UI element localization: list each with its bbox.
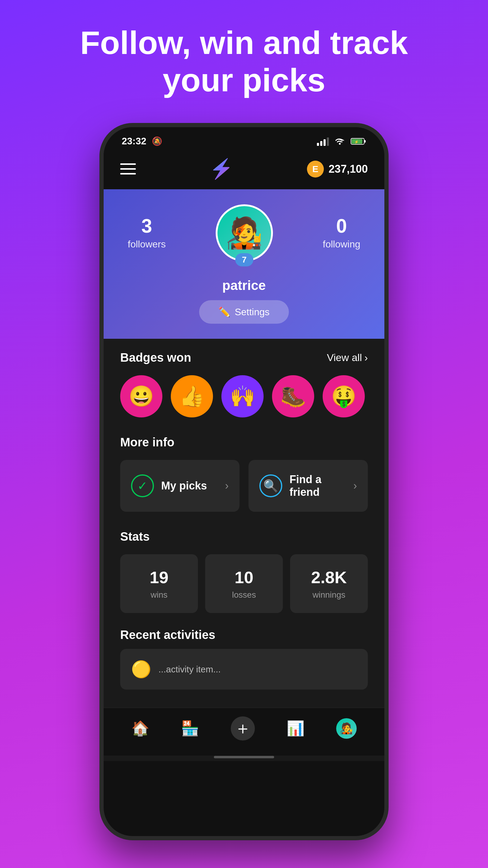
find-friend-card[interactable]: 🔍 Find a friend › [249,460,368,512]
store-icon: 🏪 [181,720,199,737]
recent-activities-section: Recent activities 🟡 ...activity item... [104,619,384,695]
add-icon: ＋ [231,716,255,741]
checkmark-icon: ✓ [131,474,154,497]
home-icon: 🏠 [131,720,150,737]
view-all-button[interactable]: View all › [327,352,368,364]
following-label: following [323,239,360,250]
wins-card: 19 wins [120,554,198,613]
following-count: 0 [323,216,360,236]
status-right: ⚡ [317,137,366,146]
followers-count: 3 [128,216,166,236]
activity-text: ...activity item... [158,664,221,675]
my-picks-arrow: › [225,479,229,492]
mute-icon: 🔕 [152,136,162,146]
stats-section: Stats 19 wins 10 losses 2.8K winnings [104,518,384,619]
recent-title: Recent activities [120,628,368,642]
svg-rect-2 [364,140,366,143]
badge-4: 🥾 [272,375,314,417]
my-picks-label: My picks [161,479,218,492]
stats-icon: 📊 [287,720,304,737]
my-picks-card[interactable]: ✓ My picks › [120,460,239,512]
headline-line2: your picks [163,62,325,98]
following-block: 0 following [323,216,360,250]
bottom-nav: 🏠 🏪 ＋ 📊 🧑‍🎤 [104,708,384,755]
activity-icon: 🟡 [131,660,151,679]
home-indicator-bar [214,756,274,758]
badges-title: Badges won [120,351,191,364]
more-info-grid: ✓ My picks › 🔍 Find a friend › [120,460,368,512]
profile-stats-row: 3 followers 🧑‍🎤 7 0 following [122,204,366,261]
badge-1: 😀 [120,375,162,417]
content-area: Badges won View all › 😀 👍 🙌 🥾 🤑 More inf… [104,339,384,708]
svg-point-0 [339,143,341,145]
svg-text:⚡: ⚡ [354,140,359,144]
find-friend-arrow: › [353,479,357,492]
profile-banner: 3 followers 🧑‍🎤 7 0 following patrice ✏️… [104,189,384,339]
home-indicator [104,755,384,761]
badges-section-header: Badges won View all › [120,351,368,364]
headline-line1: Follow, win and track [80,24,408,61]
coins-value: 237,100 [329,163,368,176]
winnings-label: winnings [296,590,362,600]
headline: Follow, win and track your picks [62,24,426,99]
badge-3: 🙌 [221,375,264,417]
nav-avatar: 🧑‍🎤 [336,718,357,739]
find-friend-label: Find a friend [290,473,346,498]
coins-badge: E 237,100 [307,161,368,178]
coins-circle-icon: E [307,161,324,178]
signal-icon [317,137,329,146]
settings-button[interactable]: ✏️ Settings [199,300,289,324]
activity-item[interactable]: 🟡 ...activity item... [120,649,368,689]
more-info-title: More info [120,435,174,449]
wins-label: wins [126,590,192,600]
losses-value: 10 [211,567,277,587]
nav-add[interactable]: ＋ [231,716,255,741]
winnings-value: 2.8K [296,567,362,587]
losses-card: 10 losses [205,554,283,613]
losses-label: losses [211,590,277,600]
followers-block: 3 followers [128,216,166,250]
badges-section: Badges won View all › 😀 👍 🙌 🥾 🤑 [104,339,384,424]
status-bar: 23:32 🔕 ⚡ [104,127,384,152]
nav-stats[interactable]: 📊 [287,720,304,737]
battery-icon: ⚡ [351,137,366,146]
badge-5: 🤑 [323,375,365,417]
wins-value: 19 [126,567,192,587]
nav-profile[interactable]: 🧑‍🎤 [336,718,357,739]
nav-home[interactable]: 🏠 [131,720,150,737]
more-info-section: More info ✓ My picks › 🔍 Find a friend › [104,424,384,518]
app-logo: ⚡ [209,158,233,180]
search-icon: 🔍 [259,474,282,497]
app-header: ⚡ E 237,100 [104,152,384,189]
followers-label: followers [128,239,166,250]
chevron-right-icon: › [364,352,368,364]
hamburger-menu[interactable] [120,163,136,175]
nav-store[interactable]: 🏪 [181,720,199,737]
stats-grid: 19 wins 10 losses 2.8K winnings [120,554,368,613]
pencil-icon: ✏️ [218,306,230,318]
more-info-header: More info [120,435,368,449]
badges-row: 😀 👍 🙌 🥾 🤑 [120,375,368,417]
winnings-card: 2.8K winnings [290,554,368,613]
phone-shell: 23:32 🔕 ⚡ [99,123,389,840]
stats-title: Stats [120,530,150,544]
avatar-level: 7 [235,253,253,267]
badge-2: 👍 [171,375,213,417]
time: 23:32 [122,135,147,147]
avatar-container: 🧑‍🎤 7 [216,204,273,261]
profile-username: patrice [222,278,266,293]
wifi-icon [334,137,345,146]
stats-header: Stats [120,530,368,544]
